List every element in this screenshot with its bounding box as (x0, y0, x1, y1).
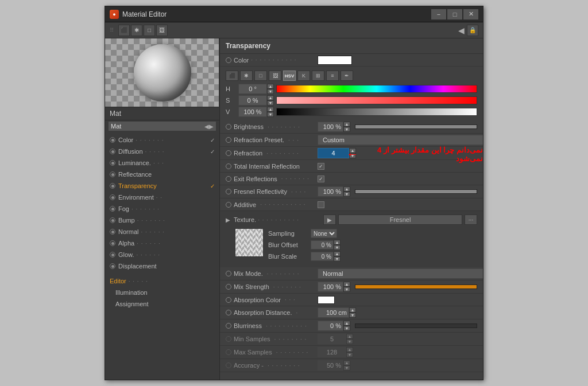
sidebar-item-color[interactable]: Color · · · · · · · ✓ (105, 134, 219, 146)
sidebar-item-fog[interactable]: Fog · · · · · · · (105, 203, 219, 215)
texture-more-btn[interactable]: ··· (465, 215, 477, 225)
radio-fresnel-reflectivity[interactable] (226, 189, 231, 194)
material-name-input[interactable] (111, 123, 204, 130)
blurriness-input[interactable]: ▲ ▼ (318, 321, 350, 331)
fresnel-button[interactable]: Fresnel (338, 215, 462, 225)
texture-preview (235, 228, 264, 257)
sat-down[interactable]: ▼ (267, 100, 274, 106)
fresnel-up[interactable]: ▲ (343, 186, 350, 192)
blur-offset-input[interactable]: ▲ ▼ (311, 240, 341, 250)
exit-reflections-checkbox[interactable] (318, 176, 324, 182)
mix-strength-input[interactable]: ▲ ▼ (318, 282, 350, 292)
val-down[interactable]: ▼ (267, 112, 274, 117)
hue-down[interactable]: ▼ (267, 89, 274, 94)
color-mode-k[interactable]: K (297, 71, 310, 81)
toolbar-icon-2[interactable]: ✱ (131, 25, 142, 36)
radio-refraction[interactable] (226, 150, 231, 156)
texture-collapse-arrow[interactable]: ▶ (226, 217, 230, 223)
sidebar-item-luminance[interactable]: Luminance. · · · (105, 157, 219, 169)
blurriness-up[interactable]: ▲ (343, 321, 350, 326)
blur-scale-up[interactable]: ▲ (334, 251, 341, 256)
total-internal-checkbox[interactable] (318, 163, 324, 170)
blur-scale-down[interactable]: ▼ (334, 256, 341, 262)
minimize-button[interactable]: − (431, 9, 446, 20)
maximize-button[interactable]: □ (447, 9, 462, 20)
material-nav-arrows[interactable]: ◀▶ (204, 123, 214, 130)
blur-offset-down[interactable]: ▼ (334, 245, 341, 250)
mix-strength-up[interactable]: ▲ (343, 282, 350, 287)
additive-row: Additive · · · · · · · · · · · (220, 198, 483, 211)
fresnel-reflectivity-input[interactable]: ▲ ▼ (318, 186, 350, 197)
radio-refraction-preset[interactable] (226, 137, 231, 143)
toolbar-icon-4[interactable]: 🖼 (156, 25, 168, 36)
color-eyedropper[interactable]: ✒ (341, 71, 353, 81)
hue-spinbox[interactable]: ▲ ▼ (238, 84, 274, 94)
color-swatch-transparency[interactable] (318, 56, 352, 65)
max-samples-spinbox: ▲ ▼ (318, 347, 353, 357)
texture-play-btn[interactable]: ▶ (323, 215, 336, 225)
radio-additive[interactable] (226, 202, 231, 208)
radio-mix-strength[interactable] (226, 284, 231, 290)
sidebar-section-assignment[interactable]: Assignment (105, 298, 219, 310)
absorption-distance-input[interactable]: ▲ ▼ (318, 307, 356, 318)
absorption-dist-up[interactable]: ▲ (349, 307, 356, 313)
color-mode-btn-4[interactable]: 🖼 (269, 71, 281, 81)
sidebar-item-alpha[interactable]: Alpha · · · · · · (105, 237, 219, 249)
radio-exit-reflections[interactable] (226, 176, 231, 182)
sidebar-item-glow[interactable]: Glow. · · · · · · (105, 249, 219, 260)
blurriness-row: Blurriness · · · · · · · · · · ▲ ▼ (220, 319, 483, 333)
sidebar-section-editor[interactable]: Editor · · · · · (105, 275, 219, 287)
absorption-dist-down[interactable]: ▼ (349, 313, 356, 318)
radio-absorption-color[interactable] (226, 297, 231, 303)
fresnel-down[interactable]: ▼ (343, 192, 350, 197)
sidebar-item-diffusion[interactable]: Diffusion · · · · · ✓ (105, 146, 219, 157)
sidebar-item-transparency[interactable]: Transparency ✓ (105, 180, 219, 192)
color-mode-btn-3[interactable]: □ (254, 71, 267, 81)
sampling-dropdown[interactable]: None SAT MIP (311, 229, 337, 238)
mix-mode-dropdown[interactable]: Normal Multiply Add (318, 268, 483, 279)
brightness-up[interactable]: ▲ (343, 122, 350, 127)
hue-up[interactable]: ▲ (267, 84, 274, 89)
blur-offset-up[interactable]: ▲ (334, 240, 341, 245)
color-mode-hsv[interactable]: HSV (283, 71, 296, 81)
val-spinbox[interactable]: ▲ ▼ (238, 107, 274, 117)
radio-color-prop[interactable] (226, 57, 231, 63)
sidebar-item-reflectance[interactable]: Reflectance (105, 169, 219, 180)
brightness-down[interactable]: ▼ (343, 127, 350, 132)
sidebar-item-normal[interactable]: Normal · · · · · · (105, 226, 219, 237)
sidebar-item-environment[interactable]: Environment · · (105, 192, 219, 203)
color-mode-btn-5[interactable]: ⊞ (312, 71, 324, 81)
texture-section: ▶ Texture. · · · · · · · · · · ▶ Fresnel… (220, 211, 483, 267)
additive-checkbox[interactable] (318, 201, 324, 208)
color-mode-btn-6[interactable]: ≡ (326, 71, 339, 81)
sat-up[interactable]: ▲ (267, 95, 274, 100)
radio-total-internal[interactable] (226, 163, 231, 169)
radio-absorption-distance[interactable] (226, 310, 231, 315)
sidebar-item-bump[interactable]: Bump · · · · · · · (105, 215, 219, 226)
radio-blurriness[interactable] (226, 323, 231, 329)
absorption-color-swatch[interactable] (318, 296, 335, 304)
blurriness-down[interactable]: ▼ (343, 326, 350, 331)
toolbar-icon-1[interactable]: ⬛ (118, 25, 130, 36)
blur-scale-input[interactable]: ▲ ▼ (311, 251, 341, 262)
close-button[interactable]: ✕ (463, 9, 478, 20)
sat-spinbox[interactable]: ▲ ▼ (238, 95, 274, 106)
refraction-preset-dropdown[interactable]: Custom Glass Water (318, 135, 483, 145)
sidebar-item-displacement[interactable]: Displacement (105, 260, 219, 272)
color-mode-btn-2[interactable]: ✱ (240, 71, 253, 81)
brightness-input[interactable]: ▲ ▼ (318, 122, 350, 132)
mix-strength-down[interactable]: ▼ (343, 287, 350, 292)
toolbar-lock-icon[interactable]: 🔒 (467, 25, 478, 36)
fresnel-fill (355, 190, 477, 193)
val-up[interactable]: ▲ (267, 107, 274, 112)
mix-strength-bar (355, 284, 477, 289)
color-mode-btn-1[interactable]: ⬛ (226, 71, 238, 81)
radio-brightness[interactable] (226, 124, 231, 130)
hue-slider[interactable] (276, 85, 477, 93)
radio-glow (110, 252, 115, 258)
radio-mix-mode[interactable] (226, 271, 231, 276)
toolbar-icon-3[interactable]: □ (144, 25, 155, 36)
sidebar-section-illumination[interactable]: Illumination (105, 287, 219, 298)
sat-slider[interactable] (276, 96, 477, 104)
val-slider[interactable] (276, 108, 477, 116)
